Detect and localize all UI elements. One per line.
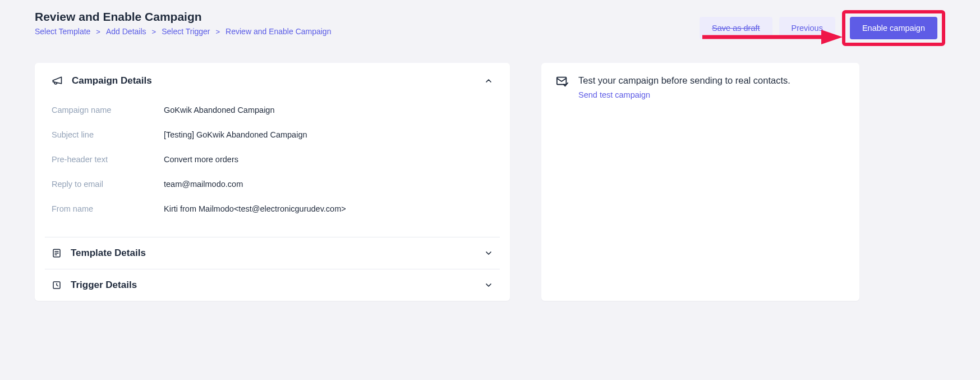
detail-label: Reply to email [52,180,164,189]
breadcrumb: Select Template > Add Details > Select T… [35,27,331,36]
detail-value: Kirti from Mailmodo<test@electronicgurud… [164,204,346,213]
chevron-right-icon: > [216,28,220,36]
enable-campaign-highlight: Enable campaign [842,10,945,46]
chevron-right-icon: > [152,28,157,36]
breadcrumb-item-select-trigger[interactable]: Select Trigger [162,27,210,36]
mail-check-icon [556,75,568,88]
template-details-title: Template Details [71,248,475,259]
template-details-section-header[interactable]: Template Details [35,237,510,269]
detail-row: Campaign name GoKwik Abandoned Campaign [52,98,493,122]
detail-row: Subject line [Testing] GoKwik Abandoned … [52,122,493,147]
breadcrumb-item-add-details[interactable]: Add Details [106,27,146,36]
detail-value: Convert more orders [164,155,238,164]
detail-value: GoKwik Abandoned Campaign [164,106,275,115]
breadcrumb-item-select-template[interactable]: Select Template [35,27,90,36]
megaphone-icon [52,75,63,86]
campaign-details-title: Campaign Details [72,75,475,86]
breadcrumb-item-review[interactable]: Review and Enable Campaign [226,27,331,36]
template-icon [52,248,62,258]
chevron-down-icon [484,249,493,258]
chevron-down-icon [484,281,493,290]
chevron-up-icon [484,76,493,85]
trigger-details-section-header[interactable]: Trigger Details [35,269,510,301]
previous-button[interactable]: Previous [779,17,835,39]
trigger-details-title: Trigger Details [71,280,475,291]
save-as-draft-button[interactable]: Save as draft [700,17,772,39]
campaign-details-section-header[interactable]: Campaign Details [35,63,510,95]
detail-label: Subject line [52,130,164,139]
send-test-campaign-link[interactable]: Send test campaign [578,90,790,99]
detail-row: Reply to email team@mailmodo.com [52,172,493,196]
detail-row: From name Kirti from Mailmodo<test@elect… [52,196,493,221]
detail-row: Pre-header text Convert more orders [52,147,493,172]
detail-value: [Testing] GoKwik Abandoned Campaign [164,130,307,139]
test-campaign-text: Test your campaign before sending to rea… [578,75,790,86]
detail-label: Pre-header text [52,155,164,164]
campaign-details-body: Campaign name GoKwik Abandoned Campaign … [35,95,510,237]
trigger-icon [52,280,62,290]
page-title: Review and Enable Campaign [35,10,331,24]
detail-value: team@mailmodo.com [164,180,243,189]
detail-label: From name [52,204,164,213]
enable-campaign-button[interactable]: Enable campaign [850,17,937,39]
test-campaign-card: Test your campaign before sending to rea… [541,63,859,301]
review-details-card: Campaign Details Campaign name GoKwik Ab… [35,63,510,301]
detail-label: Campaign name [52,106,164,115]
chevron-right-icon: > [96,28,100,36]
